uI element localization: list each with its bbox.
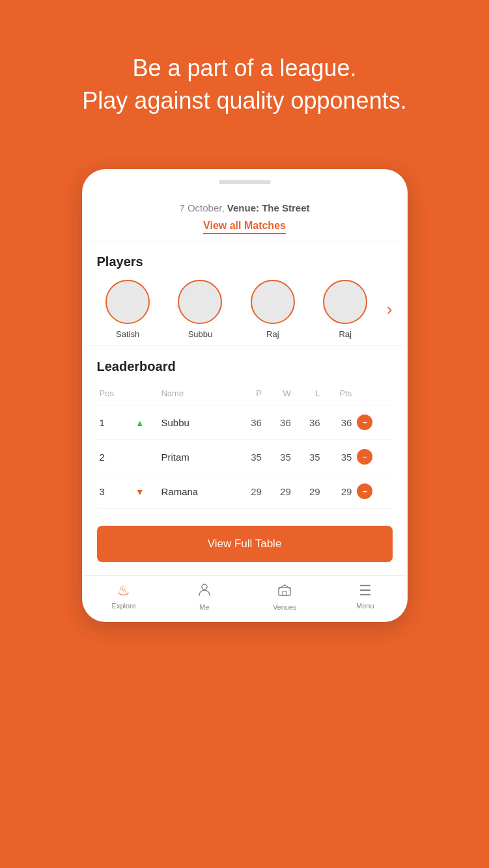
phone-notch (84, 171, 406, 189)
phone-mockup: 7 October, Venue: The Street View all Ma… (82, 169, 408, 622)
players-section: Players Satish Subbu Raj Raj (84, 241, 406, 346)
players-row: Satish Subbu Raj Raj › (97, 280, 393, 339)
cell-pos: 1 (97, 405, 133, 440)
cell-trend (133, 440, 159, 474)
cell-p: 35 (235, 440, 264, 474)
svg-rect-2 (283, 591, 286, 595)
cell-trend: ▼ (133, 474, 159, 509)
table-row: 2 Pritam 35 35 35 35 – (97, 440, 393, 474)
player-name-4: Raj (339, 329, 352, 339)
date-section: 7 October, Venue: The Street View all Ma… (84, 189, 406, 241)
me-icon (197, 582, 212, 601)
leaderboard-header-row: Pos Name P W L Pts (97, 385, 393, 405)
player-item-2[interactable]: Subbu (169, 280, 231, 339)
col-l: L (294, 385, 323, 405)
cell-name: Pritam (158, 440, 235, 474)
player-avatar-2 (178, 280, 222, 324)
player-item-3[interactable]: Raj (242, 280, 303, 339)
cell-info[interactable]: – (354, 405, 392, 440)
cell-name: Subbu (158, 405, 235, 440)
hero-section: Be a part of a league. Play against qual… (0, 0, 489, 144)
view-full-table-button[interactable]: View Full Table (97, 526, 393, 562)
bottom-nav: ♨ Explore Me (84, 575, 406, 620)
cell-info[interactable]: – (354, 440, 392, 474)
cell-p: 36 (235, 405, 264, 440)
players-next-icon[interactable]: › (387, 299, 393, 319)
nav-item-explore[interactable]: ♨ Explore (84, 582, 165, 611)
venues-icon (277, 582, 292, 601)
cell-info[interactable]: – (354, 474, 392, 509)
info-icon[interactable]: – (357, 483, 372, 499)
info-icon[interactable]: – (357, 414, 372, 430)
cell-w: 35 (264, 440, 294, 474)
player-avatar-1 (105, 280, 150, 324)
table-row: 1 ▲ Subbu 36 36 36 36 – (97, 405, 393, 440)
view-all-matches-link[interactable]: View all Matches (203, 220, 286, 234)
svg-point-0 (202, 584, 207, 590)
col-info (354, 385, 392, 405)
explore-icon: ♨ (117, 582, 130, 599)
nav-item-menu[interactable]: ☰ Menu (325, 582, 406, 611)
cell-pos: 3 (97, 474, 133, 509)
leaderboard-title: Leaderboard (97, 359, 393, 374)
player-item-1[interactable]: Satish (97, 280, 159, 339)
player-name-2: Subbu (188, 329, 213, 339)
cell-w: 36 (264, 405, 294, 440)
leaderboard-table: Pos Name P W L Pts 1 ▲ Subbu 36 36 36 (97, 385, 393, 509)
col-p: P (235, 385, 264, 405)
leaderboard-section: Leaderboard Pos Name P W L Pts (84, 346, 406, 515)
player-avatar-3 (251, 280, 295, 324)
table-row: 3 ▼ Ramana 29 29 29 29 – (97, 474, 393, 509)
col-pos: Pos (97, 385, 133, 405)
col-pts: Pts (323, 385, 355, 405)
col-name: Name (158, 385, 235, 405)
cell-name: Ramana (158, 474, 235, 509)
player-item-4[interactable]: Raj (314, 280, 376, 339)
cell-pos: 2 (97, 440, 133, 474)
event-date-text: 7 October, Venue: The Street (97, 202, 393, 213)
cell-pts: 36 (323, 405, 355, 440)
nav-item-me[interactable]: Me (164, 582, 245, 611)
player-name-3: Raj (266, 329, 279, 339)
cell-l: 29 (294, 474, 323, 509)
cell-w: 29 (264, 474, 294, 509)
cell-l: 35 (294, 440, 323, 474)
cell-pts: 35 (323, 440, 355, 474)
info-icon[interactable]: – (357, 449, 372, 465)
trend-up-icon: ▲ (135, 418, 145, 428)
col-trend (133, 385, 159, 405)
cell-p: 29 (235, 474, 264, 509)
cell-l: 36 (294, 405, 323, 440)
nav-item-venues[interactable]: Venues (245, 582, 326, 611)
col-w: W (264, 385, 294, 405)
trend-down-icon: ▼ (135, 487, 145, 497)
players-title: Players (97, 254, 393, 269)
player-name-1: Satish (116, 329, 139, 339)
menu-icon: ☰ (359, 582, 372, 599)
cell-pts: 29 (323, 474, 355, 509)
hero-title: Be a part of a league. Play against qual… (39, 52, 450, 118)
player-avatar-4 (323, 280, 367, 324)
phone-content: 7 October, Venue: The Street View all Ma… (84, 189, 406, 620)
notch-bar (219, 180, 271, 184)
cell-trend: ▲ (133, 405, 159, 440)
